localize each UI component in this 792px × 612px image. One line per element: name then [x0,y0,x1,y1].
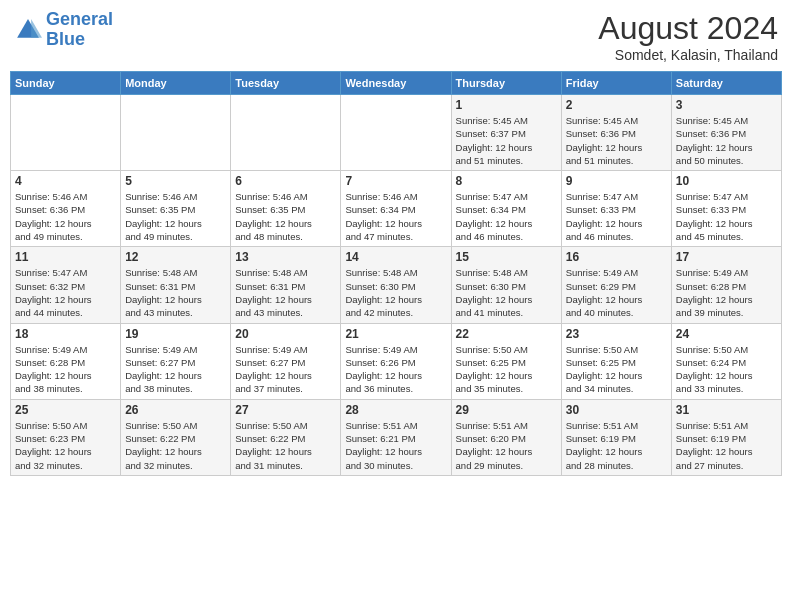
day-number: 20 [235,327,336,341]
day-info: Sunrise: 5:49 AM Sunset: 6:26 PM Dayligh… [345,343,446,396]
day-info: Sunrise: 5:46 AM Sunset: 6:35 PM Dayligh… [125,190,226,243]
day-info: Sunrise: 5:50 AM Sunset: 6:23 PM Dayligh… [15,419,116,472]
logo-icon [14,16,42,44]
day-number: 15 [456,250,557,264]
day-info: Sunrise: 5:50 AM Sunset: 6:24 PM Dayligh… [676,343,777,396]
day-info: Sunrise: 5:50 AM Sunset: 6:25 PM Dayligh… [566,343,667,396]
day-number: 27 [235,403,336,417]
day-number: 14 [345,250,446,264]
day-info: Sunrise: 5:46 AM Sunset: 6:34 PM Dayligh… [345,190,446,243]
calendar-week-row: 25Sunrise: 5:50 AM Sunset: 6:23 PM Dayli… [11,399,782,475]
day-number: 19 [125,327,226,341]
day-number: 16 [566,250,667,264]
calendar-cell: 10Sunrise: 5:47 AM Sunset: 6:33 PM Dayli… [671,171,781,247]
day-number: 23 [566,327,667,341]
calendar-week-row: 4Sunrise: 5:46 AM Sunset: 6:36 PM Daylig… [11,171,782,247]
calendar-cell: 22Sunrise: 5:50 AM Sunset: 6:25 PM Dayli… [451,323,561,399]
calendar-cell [341,95,451,171]
day-number: 7 [345,174,446,188]
day-of-week-header: Wednesday [341,72,451,95]
logo-line1: General [46,9,113,29]
day-info: Sunrise: 5:51 AM Sunset: 6:20 PM Dayligh… [456,419,557,472]
day-of-week-header: Tuesday [231,72,341,95]
day-number: 24 [676,327,777,341]
logo-text: General Blue [46,10,113,50]
calendar-week-row: 1Sunrise: 5:45 AM Sunset: 6:37 PM Daylig… [11,95,782,171]
calendar-cell: 18Sunrise: 5:49 AM Sunset: 6:28 PM Dayli… [11,323,121,399]
calendar-cell: 25Sunrise: 5:50 AM Sunset: 6:23 PM Dayli… [11,399,121,475]
day-number: 25 [15,403,116,417]
day-number: 5 [125,174,226,188]
month-year: August 2024 [598,10,778,47]
calendar-cell: 16Sunrise: 5:49 AM Sunset: 6:29 PM Dayli… [561,247,671,323]
day-info: Sunrise: 5:47 AM Sunset: 6:33 PM Dayligh… [676,190,777,243]
days-of-week-row: SundayMondayTuesdayWednesdayThursdayFrid… [11,72,782,95]
day-info: Sunrise: 5:45 AM Sunset: 6:37 PM Dayligh… [456,114,557,167]
day-info: Sunrise: 5:47 AM Sunset: 6:34 PM Dayligh… [456,190,557,243]
day-info: Sunrise: 5:51 AM Sunset: 6:21 PM Dayligh… [345,419,446,472]
day-info: Sunrise: 5:49 AM Sunset: 6:27 PM Dayligh… [235,343,336,396]
day-info: Sunrise: 5:50 AM Sunset: 6:25 PM Dayligh… [456,343,557,396]
calendar-cell: 24Sunrise: 5:50 AM Sunset: 6:24 PM Dayli… [671,323,781,399]
day-number: 2 [566,98,667,112]
day-info: Sunrise: 5:48 AM Sunset: 6:31 PM Dayligh… [125,266,226,319]
calendar-cell: 13Sunrise: 5:48 AM Sunset: 6:31 PM Dayli… [231,247,341,323]
calendar-cell: 26Sunrise: 5:50 AM Sunset: 6:22 PM Dayli… [121,399,231,475]
calendar-cell: 15Sunrise: 5:48 AM Sunset: 6:30 PM Dayli… [451,247,561,323]
calendar-cell: 11Sunrise: 5:47 AM Sunset: 6:32 PM Dayli… [11,247,121,323]
day-number: 12 [125,250,226,264]
calendar-cell: 5Sunrise: 5:46 AM Sunset: 6:35 PM Daylig… [121,171,231,247]
day-info: Sunrise: 5:48 AM Sunset: 6:30 PM Dayligh… [456,266,557,319]
day-of-week-header: Sunday [11,72,121,95]
logo-line2: Blue [46,29,85,49]
day-number: 11 [15,250,116,264]
calendar-cell: 1Sunrise: 5:45 AM Sunset: 6:37 PM Daylig… [451,95,561,171]
calendar-cell: 19Sunrise: 5:49 AM Sunset: 6:27 PM Dayli… [121,323,231,399]
day-info: Sunrise: 5:46 AM Sunset: 6:36 PM Dayligh… [15,190,116,243]
calendar-cell: 12Sunrise: 5:48 AM Sunset: 6:31 PM Dayli… [121,247,231,323]
calendar-cell: 3Sunrise: 5:45 AM Sunset: 6:36 PM Daylig… [671,95,781,171]
day-info: Sunrise: 5:47 AM Sunset: 6:33 PM Dayligh… [566,190,667,243]
day-number: 1 [456,98,557,112]
calendar-cell: 6Sunrise: 5:46 AM Sunset: 6:35 PM Daylig… [231,171,341,247]
day-info: Sunrise: 5:50 AM Sunset: 6:22 PM Dayligh… [235,419,336,472]
calendar-cell [121,95,231,171]
calendar-cell: 28Sunrise: 5:51 AM Sunset: 6:21 PM Dayli… [341,399,451,475]
calendar-cell: 2Sunrise: 5:45 AM Sunset: 6:36 PM Daylig… [561,95,671,171]
svg-marker-1 [31,19,42,38]
day-info: Sunrise: 5:47 AM Sunset: 6:32 PM Dayligh… [15,266,116,319]
day-number: 4 [15,174,116,188]
day-number: 26 [125,403,226,417]
calendar-cell: 9Sunrise: 5:47 AM Sunset: 6:33 PM Daylig… [561,171,671,247]
day-number: 31 [676,403,777,417]
calendar-cell: 17Sunrise: 5:49 AM Sunset: 6:28 PM Dayli… [671,247,781,323]
day-number: 10 [676,174,777,188]
day-info: Sunrise: 5:49 AM Sunset: 6:29 PM Dayligh… [566,266,667,319]
day-number: 29 [456,403,557,417]
page-header: General Blue August 2024 Somdet, Kalasin… [10,10,782,63]
calendar-cell: 4Sunrise: 5:46 AM Sunset: 6:36 PM Daylig… [11,171,121,247]
calendar-cell [231,95,341,171]
calendar-table: SundayMondayTuesdayWednesdayThursdayFrid… [10,71,782,476]
day-info: Sunrise: 5:51 AM Sunset: 6:19 PM Dayligh… [566,419,667,472]
day-of-week-header: Thursday [451,72,561,95]
calendar-cell: 29Sunrise: 5:51 AM Sunset: 6:20 PM Dayli… [451,399,561,475]
day-number: 30 [566,403,667,417]
calendar-cell: 8Sunrise: 5:47 AM Sunset: 6:34 PM Daylig… [451,171,561,247]
logo: General Blue [14,10,113,50]
calendar-cell: 27Sunrise: 5:50 AM Sunset: 6:22 PM Dayli… [231,399,341,475]
day-info: Sunrise: 5:48 AM Sunset: 6:30 PM Dayligh… [345,266,446,319]
day-number: 8 [456,174,557,188]
day-number: 22 [456,327,557,341]
day-info: Sunrise: 5:49 AM Sunset: 6:28 PM Dayligh… [676,266,777,319]
calendar-cell: 20Sunrise: 5:49 AM Sunset: 6:27 PM Dayli… [231,323,341,399]
day-info: Sunrise: 5:49 AM Sunset: 6:27 PM Dayligh… [125,343,226,396]
day-info: Sunrise: 5:51 AM Sunset: 6:19 PM Dayligh… [676,419,777,472]
calendar-cell: 31Sunrise: 5:51 AM Sunset: 6:19 PM Dayli… [671,399,781,475]
calendar-body: 1Sunrise: 5:45 AM Sunset: 6:37 PM Daylig… [11,95,782,476]
day-info: Sunrise: 5:45 AM Sunset: 6:36 PM Dayligh… [566,114,667,167]
day-number: 18 [15,327,116,341]
calendar-cell: 23Sunrise: 5:50 AM Sunset: 6:25 PM Dayli… [561,323,671,399]
title-block: August 2024 Somdet, Kalasin, Thailand [598,10,778,63]
day-number: 3 [676,98,777,112]
